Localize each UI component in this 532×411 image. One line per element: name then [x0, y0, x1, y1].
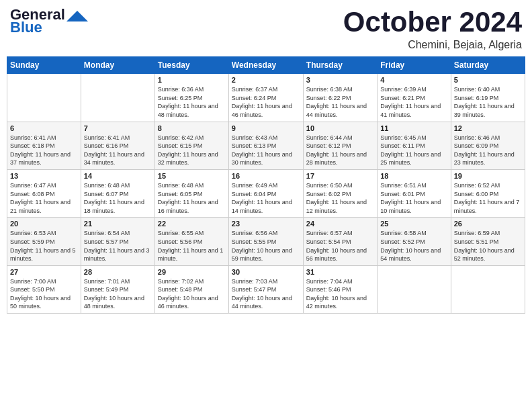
day-number: 6	[10, 124, 78, 132]
day-number: 19	[454, 172, 522, 180]
day-info: Sunrise: 7:02 AM Sunset: 5:48 PM Dayligh…	[158, 277, 226, 311]
calendar-cell: 27Sunrise: 7:00 AM Sunset: 5:50 PM Dayli…	[7, 265, 81, 313]
calendar-cell: 30Sunrise: 7:03 AM Sunset: 5:47 PM Dayli…	[228, 265, 303, 313]
day-number: 29	[158, 268, 226, 276]
calendar-cell: 28Sunrise: 7:01 AM Sunset: 5:49 PM Dayli…	[81, 265, 154, 313]
day-info: Sunrise: 6:37 AM Sunset: 6:24 PM Dayligh…	[232, 85, 300, 119]
col-header-thursday: Thursday	[303, 57, 377, 74]
calendar-cell: 20Sunrise: 6:53 AM Sunset: 5:59 PM Dayli…	[7, 218, 81, 265]
calendar-cell: 9Sunrise: 6:43 AM Sunset: 6:13 PM Daylig…	[228, 122, 303, 169]
day-info: Sunrise: 7:01 AM Sunset: 5:49 PM Dayligh…	[84, 277, 152, 311]
calendar-cell	[378, 265, 451, 313]
calendar-cell: 1Sunrise: 6:36 AM Sunset: 6:25 PM Daylig…	[154, 74, 228, 122]
calendar-cell: 14Sunrise: 6:48 AM Sunset: 6:07 PM Dayli…	[81, 169, 154, 217]
month-title: October 2024	[343, 7, 522, 38]
day-number: 27	[10, 268, 78, 276]
day-info: Sunrise: 6:51 AM Sunset: 6:01 PM Dayligh…	[380, 181, 447, 215]
day-number: 16	[232, 172, 300, 180]
location: Chemini, Bejaia, Algeria	[343, 39, 522, 51]
day-info: Sunrise: 6:56 AM Sunset: 5:55 PM Dayligh…	[232, 229, 300, 263]
calendar-week-row: 20Sunrise: 6:53 AM Sunset: 5:59 PM Dayli…	[7, 218, 525, 265]
day-info: Sunrise: 6:42 AM Sunset: 6:15 PM Dayligh…	[158, 134, 226, 167]
calendar-cell: 8Sunrise: 6:42 AM Sunset: 6:15 PM Daylig…	[154, 122, 228, 169]
day-number: 1	[158, 76, 226, 84]
day-number: 21	[84, 220, 152, 228]
logo-icon	[66, 9, 88, 23]
calendar-cell: 23Sunrise: 6:56 AM Sunset: 5:55 PM Dayli…	[228, 218, 303, 265]
day-info: Sunrise: 7:03 AM Sunset: 5:47 PM Dayligh…	[232, 277, 300, 311]
day-number: 11	[380, 124, 447, 132]
calendar-cell: 6Sunrise: 6:41 AM Sunset: 6:18 PM Daylig…	[7, 122, 81, 169]
calendar-cell: 29Sunrise: 7:02 AM Sunset: 5:48 PM Dayli…	[154, 265, 228, 313]
day-number: 14	[84, 172, 152, 180]
col-header-saturday: Saturday	[451, 57, 525, 74]
day-number: 26	[454, 220, 522, 228]
calendar-header-row: SundayMondayTuesdayWednesdayThursdayFrid…	[7, 57, 525, 74]
day-number: 23	[232, 220, 300, 228]
day-info: Sunrise: 6:52 AM Sunset: 6:00 PM Dayligh…	[454, 181, 522, 215]
calendar-cell	[81, 74, 154, 122]
day-number: 8	[158, 124, 226, 132]
day-number: 15	[158, 172, 226, 180]
svg-marker-0	[66, 11, 88, 21]
day-info: Sunrise: 6:58 AM Sunset: 5:52 PM Dayligh…	[380, 229, 447, 263]
day-info: Sunrise: 7:04 AM Sunset: 5:46 PM Dayligh…	[306, 277, 374, 311]
day-info: Sunrise: 6:54 AM Sunset: 5:57 PM Dayligh…	[84, 229, 152, 263]
day-number: 22	[158, 220, 226, 228]
calendar-cell: 15Sunrise: 6:48 AM Sunset: 6:05 PM Dayli…	[154, 169, 228, 217]
day-info: Sunrise: 6:48 AM Sunset: 6:05 PM Dayligh…	[158, 181, 226, 215]
col-header-tuesday: Tuesday	[154, 57, 228, 74]
day-info: Sunrise: 6:48 AM Sunset: 6:07 PM Dayligh…	[84, 181, 152, 215]
calendar-week-row: 27Sunrise: 7:00 AM Sunset: 5:50 PM Dayli…	[7, 265, 525, 313]
calendar-cell: 16Sunrise: 6:49 AM Sunset: 6:04 PM Dayli…	[228, 169, 303, 217]
day-info: Sunrise: 6:49 AM Sunset: 6:04 PM Dayligh…	[232, 181, 300, 215]
day-info: Sunrise: 6:43 AM Sunset: 6:13 PM Dayligh…	[232, 134, 300, 167]
calendar-cell: 10Sunrise: 6:44 AM Sunset: 6:12 PM Dayli…	[303, 122, 377, 169]
day-info: Sunrise: 6:55 AM Sunset: 5:56 PM Dayligh…	[158, 229, 226, 263]
day-number: 2	[232, 76, 300, 84]
day-number: 9	[232, 124, 300, 132]
day-info: Sunrise: 6:44 AM Sunset: 6:12 PM Dayligh…	[306, 134, 374, 167]
calendar-cell	[7, 74, 81, 122]
day-number: 28	[84, 268, 152, 276]
calendar-cell: 12Sunrise: 6:46 AM Sunset: 6:09 PM Dayli…	[451, 122, 525, 169]
day-number: 13	[10, 172, 78, 180]
col-header-friday: Friday	[378, 57, 451, 74]
calendar-cell: 11Sunrise: 6:45 AM Sunset: 6:11 PM Dayli…	[378, 122, 451, 169]
day-number: 10	[306, 124, 374, 132]
calendar-cell: 25Sunrise: 6:58 AM Sunset: 5:52 PM Dayli…	[378, 218, 451, 265]
day-info: Sunrise: 6:41 AM Sunset: 6:16 PM Dayligh…	[84, 134, 152, 167]
day-info: Sunrise: 6:38 AM Sunset: 6:22 PM Dayligh…	[306, 85, 374, 119]
calendar-cell: 26Sunrise: 6:59 AM Sunset: 5:51 PM Dayli…	[451, 218, 525, 265]
day-info: Sunrise: 6:36 AM Sunset: 6:25 PM Dayligh…	[158, 85, 226, 119]
day-info: Sunrise: 6:53 AM Sunset: 5:59 PM Dayligh…	[10, 229, 78, 263]
col-header-sunday: Sunday	[7, 57, 81, 74]
day-number: 24	[306, 220, 374, 228]
day-info: Sunrise: 6:47 AM Sunset: 6:08 PM Dayligh…	[10, 181, 78, 215]
calendar-week-row: 1Sunrise: 6:36 AM Sunset: 6:25 PM Daylig…	[7, 74, 525, 122]
day-info: Sunrise: 6:40 AM Sunset: 6:19 PM Dayligh…	[454, 85, 522, 119]
calendar-table: SundayMondayTuesdayWednesdayThursdayFrid…	[7, 56, 525, 314]
day-info: Sunrise: 6:57 AM Sunset: 5:54 PM Dayligh…	[306, 229, 374, 263]
calendar-cell: 3Sunrise: 6:38 AM Sunset: 6:22 PM Daylig…	[303, 74, 377, 122]
calendar-cell: 17Sunrise: 6:50 AM Sunset: 6:02 PM Dayli…	[303, 169, 377, 217]
day-number: 4	[380, 76, 447, 84]
day-number: 3	[306, 76, 374, 84]
day-number: 12	[454, 124, 522, 132]
col-header-monday: Monday	[81, 57, 154, 74]
day-info: Sunrise: 6:50 AM Sunset: 6:02 PM Dayligh…	[306, 181, 374, 215]
day-info: Sunrise: 7:00 AM Sunset: 5:50 PM Dayligh…	[10, 277, 78, 311]
day-number: 18	[380, 172, 447, 180]
calendar-cell: 24Sunrise: 6:57 AM Sunset: 5:54 PM Dayli…	[303, 218, 377, 265]
day-info: Sunrise: 6:59 AM Sunset: 5:51 PM Dayligh…	[454, 229, 522, 263]
calendar-week-row: 13Sunrise: 6:47 AM Sunset: 6:08 PM Dayli…	[7, 169, 525, 217]
calendar-cell: 18Sunrise: 6:51 AM Sunset: 6:01 PM Dayli…	[378, 169, 451, 217]
calendar-cell: 13Sunrise: 6:47 AM Sunset: 6:08 PM Dayli…	[7, 169, 81, 217]
calendar-cell: 22Sunrise: 6:55 AM Sunset: 5:56 PM Dayli…	[154, 218, 228, 265]
calendar-cell: 19Sunrise: 6:52 AM Sunset: 6:00 PM Dayli…	[451, 169, 525, 217]
day-number: 17	[306, 172, 374, 180]
day-info: Sunrise: 6:41 AM Sunset: 6:18 PM Dayligh…	[10, 134, 78, 167]
calendar-cell	[451, 265, 525, 313]
day-number: 31	[306, 268, 374, 276]
calendar-cell: 31Sunrise: 7:04 AM Sunset: 5:46 PM Dayli…	[303, 265, 377, 313]
